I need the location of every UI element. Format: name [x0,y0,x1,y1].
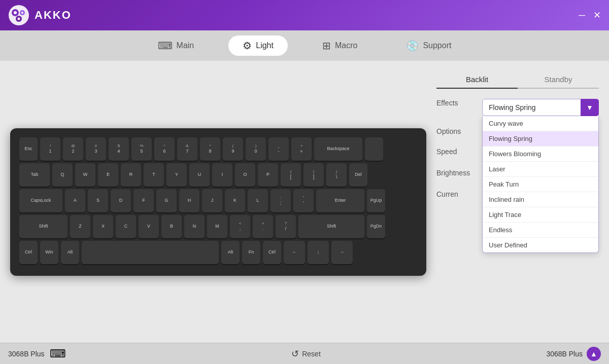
key-c[interactable]: C [116,215,136,238]
key-space[interactable] [82,241,219,264]
key-shift-l[interactable]: Shift [19,215,67,238]
key-9[interactable]: (9 [223,137,243,161]
key-pgup[interactable]: PgUp [367,189,385,212]
key-b[interactable]: B [161,215,182,238]
key-minus[interactable]: _- [268,137,289,161]
key-shift-r[interactable]: Shift [298,215,364,238]
key-x[interactable]: X [93,215,113,238]
key-alt-r[interactable]: Alt [221,241,240,264]
key-down[interactable]: ↓ [308,241,329,264]
app-title: AKKO [35,9,72,22]
key-ctrl-l[interactable]: Ctrl [19,241,38,264]
key-3[interactable]: #3 [86,137,106,161]
key-right[interactable]: → [331,241,353,264]
key-alt-l[interactable]: Alt [61,241,79,264]
effect-option-flowing-spring[interactable]: Flowing Spring [483,131,598,147]
key-backslash[interactable]: |\ [326,163,347,187]
key-1[interactable]: !1 [40,137,60,161]
key-o[interactable]: O [235,163,255,187]
key-top-right[interactable] [365,137,383,161]
key-lbracket[interactable]: {[ [281,163,301,187]
key-e[interactable]: E [98,163,118,187]
status-keyboard-icon: ⌨ [50,347,66,360]
key-win[interactable]: Win [40,241,58,264]
keyboard-area: Esc !1 @2 #3 $4 %5 ^6 &7 *8 (9 )0 _- += … [10,71,426,333]
key-d[interactable]: D [111,189,131,212]
key-period[interactable]: >. [253,215,273,238]
svg-point-4 [14,11,17,14]
upload-button[interactable]: ▲ [587,347,601,361]
status-reset[interactable]: ↺ Reset [291,348,321,359]
key-p[interactable]: P [258,163,278,187]
key-capslock[interactable]: CapsLock [19,189,62,212]
macro-nav-icon: ⊞ [322,40,331,52]
effects-dropdown[interactable]: Flowing Spring ▼ Curvy wave Flowing Spri… [482,99,599,116]
key-tab[interactable]: Tab [19,163,50,187]
key-k[interactable]: K [225,189,245,212]
effect-option-curvy-wave[interactable]: Curvy wave [483,116,598,131]
key-i[interactable]: I [212,163,232,187]
key-equals[interactable]: += [291,137,312,161]
nav-main-label: Main [177,41,194,50]
key-7[interactable]: &7 [177,137,197,161]
effect-option-light-trace[interactable]: Light Trace [483,207,598,223]
key-j[interactable]: J [202,189,222,212]
key-u[interactable]: U [189,163,210,187]
key-backspace[interactable]: Backspace [314,137,362,161]
key-q[interactable]: Q [52,163,73,187]
key-t[interactable]: T [144,163,164,187]
key-esc[interactable]: Esc [19,137,38,161]
key-a[interactable]: A [65,189,85,212]
key-comma[interactable]: <, [230,215,250,238]
key-left[interactable]: ← [284,241,305,264]
key-h[interactable]: H [179,189,199,212]
key-m[interactable]: M [207,215,227,238]
key-fn[interactable]: Fn [242,241,260,264]
key-n[interactable]: N [184,215,205,238]
key-semicolon[interactable]: :; [270,189,291,212]
effect-option-laser[interactable]: Laser [483,162,598,177]
window-controls: ─ ✕ [579,11,601,20]
key-enter[interactable]: Enter [316,189,364,212]
effect-option-flowers-blooming[interactable]: Flowers Blooming [483,147,598,162]
effect-option-peak-turn[interactable]: Peak Turn [483,177,598,192]
key-del[interactable]: Del [349,163,367,187]
nav-support-label: Support [423,41,451,50]
key-ctrl-r[interactable]: Ctrl [263,241,281,264]
key-6[interactable]: ^6 [154,137,175,161]
effect-option-inclined-rain[interactable]: Inclined rain [483,192,598,207]
key-pgdn[interactable]: PgDn [367,215,385,238]
nav-macro[interactable]: ⊞ Macro [308,35,371,56]
key-2[interactable]: @2 [63,137,83,161]
key-l[interactable]: L [248,189,268,212]
effects-selected-value: Flowing Spring [483,99,598,116]
key-0[interactable]: )0 [246,137,266,161]
key-z[interactable]: Z [70,215,90,238]
key-v[interactable]: V [139,215,159,238]
key-g[interactable]: G [156,189,177,212]
tab-standby[interactable]: Standby [518,71,599,88]
effects-row: Effects Flowing Spring ▼ Curvy wave Flow… [436,99,599,116]
nav-main[interactable]: ⌨ Main [144,35,209,56]
effect-option-endless[interactable]: Endless [483,223,598,238]
nav-light[interactable]: ⚙ Light [228,35,288,56]
key-rbracket[interactable]: }] [303,163,324,187]
nav-support[interactable]: 💿 Support [392,35,465,56]
key-8[interactable]: *8 [200,137,220,161]
key-f[interactable]: F [133,189,154,212]
effect-option-user-defined[interactable]: User Defined [483,238,598,252]
key-4[interactable]: $4 [109,137,129,161]
key-quote[interactable]: "' [293,189,314,212]
keyboard-visual: Esc !1 @2 #3 $4 %5 ^6 &7 *8 (9 )0 _- += … [10,128,426,276]
key-5[interactable]: %5 [131,137,152,161]
nav-bar: ⌨ Main ⚙ Light ⊞ Macro 💿 Support [0,30,609,61]
minimize-button[interactable]: ─ [579,11,585,20]
close-button[interactable]: ✕ [593,11,601,20]
key-w[interactable]: W [75,163,95,187]
tab-backlit[interactable]: Backlit [436,71,518,89]
key-s[interactable]: S [88,189,108,212]
key-row-5: Ctrl Win Alt Alt Fn Ctrl ← ↓ → [19,241,417,264]
key-slash[interactable]: ?/ [276,215,296,238]
key-r[interactable]: R [121,163,141,187]
key-y[interactable]: Y [166,163,187,187]
